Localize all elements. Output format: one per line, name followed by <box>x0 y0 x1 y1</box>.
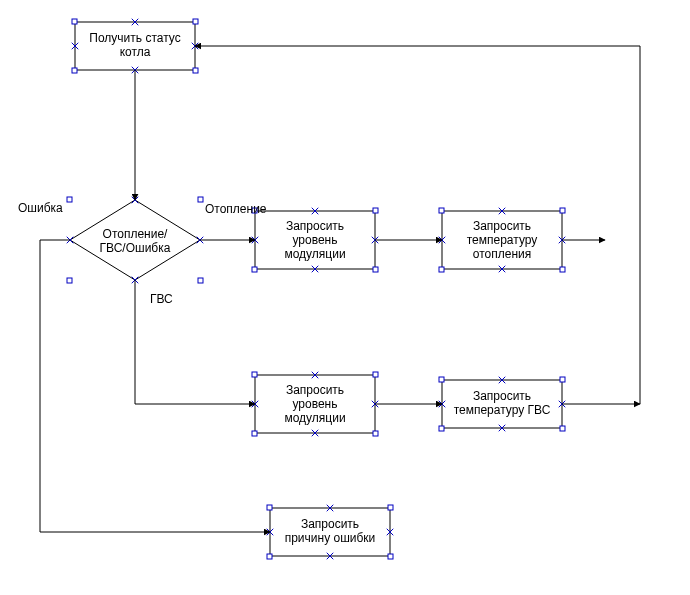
node-request-heating-temperature[interactable]: Запросить температуру отопления <box>439 208 565 272</box>
resize-handle[interactable] <box>439 377 444 382</box>
resize-handle[interactable] <box>439 267 444 272</box>
node-req-mod-1-label-1: Запросить <box>286 219 344 233</box>
node-get-status[interactable]: Получить статус котла <box>72 19 198 73</box>
edge-label-dhw: ГВС <box>150 292 173 306</box>
node-req-dhw-label-2: температуру ГВС <box>454 403 551 417</box>
node-get-status-label-1: Получить статус <box>89 31 180 45</box>
node-decision-label-2: ГВС/Ошибка <box>100 241 171 255</box>
resize-handle[interactable] <box>373 267 378 272</box>
edge-label-error: Ошибка <box>18 201 63 215</box>
resize-handle[interactable] <box>193 19 198 24</box>
node-decision-label-1: Отопление/ <box>103 227 169 241</box>
resize-handle[interactable] <box>373 208 378 213</box>
node-req-heat-label-3: отопления <box>473 247 531 261</box>
resize-handle[interactable] <box>560 267 565 272</box>
resize-handle[interactable] <box>267 505 272 510</box>
resize-handle[interactable] <box>252 267 257 272</box>
resize-handle[interactable] <box>193 68 198 73</box>
node-get-status-label-2: котла <box>120 45 151 59</box>
resize-handle[interactable] <box>560 377 565 382</box>
node-req-error-label-1: Запросить <box>301 517 359 531</box>
edge-label-heating: Отопление <box>205 202 267 216</box>
resize-handle[interactable] <box>439 208 444 213</box>
resize-handle[interactable] <box>198 197 203 202</box>
node-req-heat-label-1: Запросить <box>473 219 531 233</box>
node-request-dhw-temperature[interactable]: Запросить температуру ГВС <box>439 377 565 431</box>
resize-handle[interactable] <box>439 426 444 431</box>
resize-handle[interactable] <box>72 68 77 73</box>
resize-handle[interactable] <box>198 278 203 283</box>
node-request-modulation-heating[interactable]: Запросить уровень модуляции <box>252 208 378 272</box>
node-req-mod-1-label-2: уровень <box>292 233 337 247</box>
resize-handle[interactable] <box>252 431 257 436</box>
resize-handle[interactable] <box>72 19 77 24</box>
node-decision[interactable]: Отопление/ ГВС/Ошибка <box>67 197 203 283</box>
resize-handle[interactable] <box>252 372 257 377</box>
node-request-error-cause[interactable]: Запросить причину ошибки <box>267 505 393 559</box>
resize-handle[interactable] <box>560 208 565 213</box>
resize-handle[interactable] <box>267 554 272 559</box>
node-req-dhw-label-1: Запросить <box>473 389 531 403</box>
node-req-heat-label-2: температуру <box>467 233 538 247</box>
resize-handle[interactable] <box>67 197 72 202</box>
resize-handle[interactable] <box>388 505 393 510</box>
node-request-modulation-dhw[interactable]: Запросить уровень модуляции <box>252 372 378 436</box>
node-req-mod-2-label-3: модуляции <box>284 411 345 425</box>
resize-handle[interactable] <box>373 431 378 436</box>
resize-handle[interactable] <box>67 278 72 283</box>
node-req-error-label-2: причину ошибки <box>285 531 376 545</box>
node-req-mod-2-label-1: Запросить <box>286 383 344 397</box>
resize-handle[interactable] <box>373 372 378 377</box>
node-req-mod-1-label-3: модуляции <box>284 247 345 261</box>
edge-decision-to-error[interactable] <box>40 240 270 532</box>
node-req-mod-2-label-2: уровень <box>292 397 337 411</box>
resize-handle[interactable] <box>560 426 565 431</box>
resize-handle[interactable] <box>388 554 393 559</box>
